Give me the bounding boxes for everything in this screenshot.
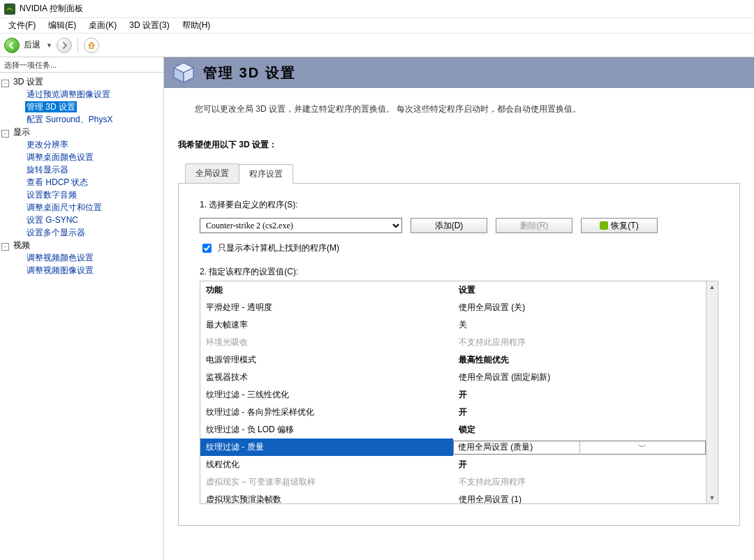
value-cell[interactable]: 锁定 xyxy=(453,421,706,439)
scroll-track[interactable] xyxy=(707,293,718,492)
settings-table-wrap: 功能 设置 平滑处理 - 透明度使用全局设置 (关)最大帧速率关环境光吸收不支持… xyxy=(200,281,718,504)
page-intro: 您可以更改全局 3D 设置，并建立特定程序的置换值。 每次这些特定程序启动时，都… xyxy=(164,88,754,133)
menubar: 文件(F) 编辑(E) 桌面(K) 3D 设置(3) 帮助(H) xyxy=(0,18,754,34)
table-row[interactable]: 电源管理模式最高性能优先 xyxy=(200,351,706,369)
feature-cell: 纹理过滤 - 各向异性采样优化 xyxy=(200,404,453,421)
menu-3d[interactable]: 3D 设置(3) xyxy=(124,18,175,33)
menu-help[interactable]: 帮助(H) xyxy=(177,18,216,33)
tree-toggle[interactable]: - xyxy=(1,130,9,138)
table-row[interactable]: 监视器技术使用全局设置 (固定刷新) xyxy=(200,369,706,386)
value-cell[interactable]: 使用全局设置 (关) xyxy=(453,299,706,316)
settings-table[interactable]: 功能 设置 平滑处理 - 透明度使用全局设置 (关)最大帧速率关环境光吸收不支持… xyxy=(200,281,706,503)
only-local-input[interactable] xyxy=(202,244,212,253)
menu-edit[interactable]: 编辑(E) xyxy=(43,18,82,33)
value-cell[interactable]: 关 xyxy=(453,316,706,334)
tab-program-pane: 1. 选择要自定义的程序(S): Counter-strike 2 (cs2.e… xyxy=(178,184,740,526)
tree-item[interactable]: 设置 G-SYNC xyxy=(25,214,80,226)
home-button[interactable] xyxy=(84,38,99,53)
table-row[interactable]: 纹理过滤 - 质量使用全局设置 (质量)﹀ xyxy=(200,439,706,456)
program-select[interactable]: Counter-strike 2 (cs2.exe) xyxy=(200,218,402,233)
remove-button: 删除(R) xyxy=(496,218,572,233)
tree-toggle[interactable]: - xyxy=(1,243,9,251)
forward-button[interactable] xyxy=(57,38,72,53)
tree-item[interactable]: 配置 Surround、PhysX xyxy=(25,114,114,125)
step1-label: 1. 选择要自定义的程序(S): xyxy=(200,199,718,211)
value-dropdown[interactable]: 使用全局设置 (质量)﹀ xyxy=(453,441,706,455)
value-cell[interactable]: 不支持此应用程序 xyxy=(453,473,706,491)
restore-label: 恢复(T) xyxy=(611,220,638,232)
table-row[interactable]: 纹理过滤 - 负 LOD 偏移锁定 xyxy=(200,421,706,439)
value-cell[interactable]: 使用全局设置 (固定刷新) xyxy=(453,369,706,386)
section-heading: 我希望使用以下 3D 设置： xyxy=(178,139,740,151)
table-row[interactable]: 纹理过滤 - 三线性优化开 xyxy=(200,386,706,404)
table-scrollbar[interactable]: ▲ ▼ xyxy=(706,281,718,503)
titlebar: NVIDIA 控制面板 xyxy=(0,0,754,18)
tab-program[interactable]: 程序设置 xyxy=(239,164,293,184)
tree-item[interactable]: 调整桌面尺寸和位置 xyxy=(25,202,103,213)
feature-cell: 监视器技术 xyxy=(200,369,453,386)
tree-item[interactable]: 调整视频颜色设置 xyxy=(25,252,95,263)
tree-category[interactable]: 显示 xyxy=(12,126,31,138)
col-setting: 设置 xyxy=(453,281,706,299)
table-row[interactable]: 平滑处理 - 透明度使用全局设置 (关) xyxy=(200,299,706,316)
sidebar: 选择一项任务... -3D 设置通过预览调整图像设置管理 3D 设置配置 Sur… xyxy=(0,57,164,560)
back-dropdown-icon[interactable]: ▼ xyxy=(46,42,52,49)
value-cell[interactable]: 最高性能优先 xyxy=(453,351,706,369)
value-cell[interactable]: 开 xyxy=(453,404,706,421)
menu-desktop[interactable]: 桌面(K) xyxy=(83,18,122,33)
value-cell[interactable]: 使用全局设置 (质量)﹀ xyxy=(453,439,706,456)
col-feature: 功能 xyxy=(200,281,453,299)
app-icon xyxy=(4,3,15,15)
restore-button[interactable]: 恢复(T) xyxy=(581,218,658,233)
table-row[interactable]: 虚拟现实 – 可变速率超级取样不支持此应用程序 xyxy=(200,473,706,491)
tree-item[interactable]: 管理 3D 设置 xyxy=(25,101,77,112)
tab-global[interactable]: 全局设置 xyxy=(185,163,239,183)
table-row[interactable]: 虚拟现实预渲染帧数使用全局设置 (1) xyxy=(200,491,706,503)
add-button[interactable]: 添加(D) xyxy=(411,218,487,233)
feature-cell: 环境光吸收 xyxy=(200,334,453,351)
menu-file[interactable]: 文件(F) xyxy=(3,18,41,33)
feature-cell: 虚拟现实 – 可变速率超级取样 xyxy=(200,473,453,491)
tabs: 全局设置 程序设置 xyxy=(178,163,740,184)
only-local-label: 只显示本计算机上找到的程序(M) xyxy=(218,242,339,254)
table-row[interactable]: 纹理过滤 - 各向异性采样优化开 xyxy=(200,404,706,421)
value-cell[interactable]: 开 xyxy=(453,456,706,473)
table-row[interactable]: 环境光吸收不支持此应用程序 xyxy=(200,334,706,351)
toolbar-separator xyxy=(77,38,78,53)
value-dropdown-label: 使用全局设置 (质量) xyxy=(454,441,579,453)
tree-item[interactable]: 通过预览调整图像设置 xyxy=(25,89,112,100)
table-row[interactable]: 线程优化开 xyxy=(200,456,706,473)
value-cell[interactable]: 开 xyxy=(453,386,706,404)
svg-rect-1 xyxy=(89,45,94,48)
tree-category[interactable]: 视频 xyxy=(12,240,31,251)
tree-item[interactable]: 设置多个显示器 xyxy=(25,227,87,238)
scroll-up-icon[interactable]: ▲ xyxy=(707,281,718,293)
back-label: 后退 xyxy=(24,39,40,51)
step2-label: 2. 指定该程序的设置值(C): xyxy=(200,266,718,278)
value-cell[interactable]: 不支持此应用程序 xyxy=(453,334,706,351)
task-tree[interactable]: -3D 设置通过预览调整图像设置管理 3D 设置配置 Surround、Phys… xyxy=(0,73,163,277)
feature-cell: 平滑处理 - 透明度 xyxy=(200,299,453,316)
tree-item[interactable]: 查看 HDCP 状态 xyxy=(25,177,89,188)
tree-item[interactable]: 旋转显示器 xyxy=(25,164,70,175)
table-row[interactable]: 最大帧速率关 xyxy=(200,316,706,334)
sidebar-header: 选择一项任务... xyxy=(0,57,163,73)
page-title: 管理 3D 设置 xyxy=(203,66,296,80)
feature-cell: 纹理过滤 - 负 LOD 偏移 xyxy=(200,421,453,439)
tree-category[interactable]: 3D 设置 xyxy=(12,76,45,87)
tree-item[interactable]: 更改分辨率 xyxy=(25,139,70,150)
scroll-down-icon[interactable]: ▼ xyxy=(707,492,718,503)
value-cell[interactable]: 使用全局设置 (1) xyxy=(453,491,706,503)
feature-cell: 电源管理模式 xyxy=(200,351,453,369)
only-local-checkbox[interactable]: 只显示本计算机上找到的程序(M) xyxy=(200,242,718,255)
tree-item[interactable]: 设置数字音频 xyxy=(25,189,78,200)
feature-cell: 纹理过滤 - 质量 xyxy=(200,439,453,456)
tree-item[interactable]: 调整视频图像设置 xyxy=(25,265,95,276)
tree-item[interactable]: 调整桌面颜色设置 xyxy=(25,152,95,163)
feature-cell: 虚拟现实预渲染帧数 xyxy=(200,491,453,503)
back-button[interactable] xyxy=(4,38,20,53)
tree-toggle[interactable]: - xyxy=(1,80,9,87)
toolbar: 后退 ▼ xyxy=(0,34,754,57)
chevron-down-icon[interactable]: ﹀ xyxy=(579,441,706,453)
feature-cell: 最大帧速率 xyxy=(200,316,453,334)
